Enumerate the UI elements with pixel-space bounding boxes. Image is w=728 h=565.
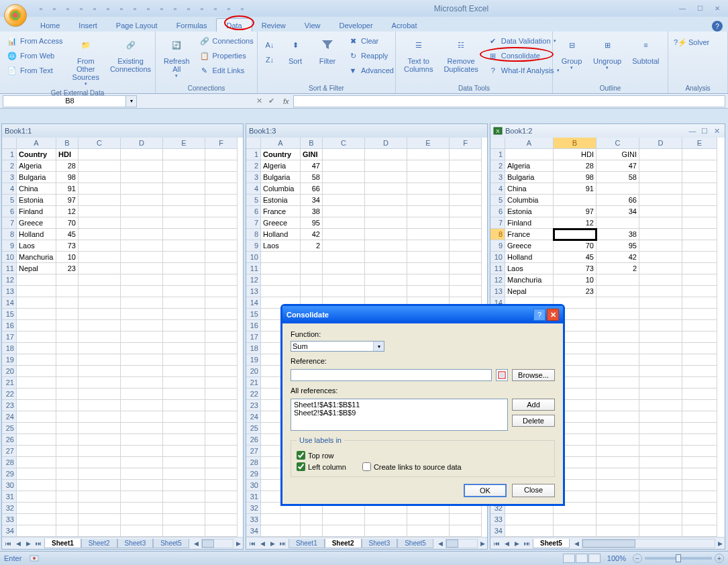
cell[interactable]: France bbox=[261, 206, 301, 217]
cell[interactable] bbox=[121, 480, 163, 491]
cell[interactable] bbox=[450, 252, 482, 263]
office-button[interactable] bbox=[4, 4, 27, 27]
cell[interactable] bbox=[121, 434, 163, 446]
cell[interactable]: HDI bbox=[56, 149, 79, 160]
cell[interactable] bbox=[682, 195, 717, 206]
cell[interactable] bbox=[17, 354, 56, 366]
cell[interactable] bbox=[639, 503, 682, 514]
cell[interactable] bbox=[163, 491, 205, 503]
cell[interactable] bbox=[407, 183, 450, 195]
consolidate-button[interactable]: ⊞Consolidate bbox=[485, 49, 562, 62]
cell[interactable]: 70 bbox=[554, 240, 596, 252]
cell[interactable] bbox=[596, 183, 639, 195]
grid-header[interactable]: 20 bbox=[2, 366, 17, 377]
cell[interactable] bbox=[639, 172, 682, 183]
cell[interactable]: 23 bbox=[56, 263, 79, 274]
scroll-right-button[interactable]: ▶ bbox=[715, 539, 725, 548]
cell[interactable] bbox=[596, 320, 639, 331]
cell[interactable] bbox=[450, 229, 482, 240]
cell[interactable]: GINI bbox=[596, 149, 639, 160]
cell[interactable] bbox=[205, 457, 238, 468]
cell[interactable] bbox=[205, 240, 238, 252]
paste-icon[interactable]: ▫ bbox=[236, 3, 248, 15]
cell[interactable] bbox=[56, 468, 79, 480]
cell[interactable] bbox=[682, 400, 717, 411]
cell[interactable] bbox=[79, 263, 121, 274]
cell[interactable]: 97 bbox=[56, 195, 79, 206]
cell[interactable] bbox=[163, 457, 205, 468]
cell[interactable] bbox=[596, 423, 639, 434]
cell[interactable] bbox=[639, 229, 682, 240]
cell[interactable] bbox=[301, 514, 323, 525]
cell[interactable] bbox=[365, 263, 407, 274]
cell[interactable] bbox=[121, 320, 163, 331]
cell[interactable] bbox=[79, 240, 121, 252]
email-icon[interactable]: ▫ bbox=[196, 3, 208, 15]
cell[interactable] bbox=[639, 400, 682, 411]
cell[interactable] bbox=[682, 229, 717, 240]
cell[interactable] bbox=[596, 400, 639, 411]
cell[interactable] bbox=[17, 503, 56, 514]
cell[interactable] bbox=[407, 525, 450, 537]
cell[interactable] bbox=[163, 446, 205, 457]
cell[interactable] bbox=[163, 274, 205, 286]
cell[interactable] bbox=[365, 525, 407, 537]
grid-header[interactable]: 1 bbox=[2, 149, 17, 160]
grid-header[interactable]: 7 bbox=[490, 217, 505, 229]
cell[interactable] bbox=[121, 354, 163, 366]
formula-bar[interactable] bbox=[293, 95, 725, 107]
sort-button[interactable]: ⬍Sort bbox=[280, 33, 310, 66]
cell[interactable] bbox=[163, 195, 205, 206]
sheet-nav-button[interactable]: ⏮ bbox=[3, 539, 13, 548]
cell[interactable] bbox=[407, 172, 450, 183]
grid-header[interactable]: 32 bbox=[246, 503, 261, 514]
cell[interactable] bbox=[205, 309, 238, 320]
cell[interactable] bbox=[554, 229, 596, 240]
cell[interactable] bbox=[205, 366, 238, 377]
reapply-button[interactable]: ↻Reapply bbox=[345, 49, 397, 62]
cell[interactable] bbox=[682, 172, 717, 183]
cell[interactable]: 12 bbox=[56, 206, 79, 217]
cell[interactable] bbox=[682, 377, 717, 389]
cell[interactable]: Holland bbox=[17, 229, 56, 240]
grid-header[interactable]: 25 bbox=[246, 423, 261, 434]
cell[interactable] bbox=[79, 434, 121, 446]
cell[interactable] bbox=[639, 457, 682, 468]
function-select[interactable]: Sum▾ bbox=[291, 341, 384, 352]
cell[interactable] bbox=[639, 446, 682, 457]
cell[interactable] bbox=[79, 389, 121, 400]
cell[interactable] bbox=[121, 514, 163, 525]
cell[interactable] bbox=[79, 514, 121, 525]
cell[interactable] bbox=[682, 434, 717, 446]
cell[interactable] bbox=[205, 446, 238, 457]
sheet-tab[interactable]: Sheet5 bbox=[533, 539, 570, 548]
cell[interactable] bbox=[407, 206, 450, 217]
cell[interactable] bbox=[407, 160, 450, 172]
cell[interactable] bbox=[596, 468, 639, 480]
grid-header[interactable]: 15 bbox=[2, 309, 17, 320]
cell[interactable]: Bulgaria bbox=[261, 172, 301, 183]
cell[interactable] bbox=[596, 503, 639, 514]
cell[interactable] bbox=[450, 206, 482, 217]
name-box[interactable]: B8▾ bbox=[3, 95, 137, 107]
cell[interactable] bbox=[407, 149, 450, 160]
sheet-nav-button[interactable]: ⏭ bbox=[34, 539, 43, 548]
grid-header[interactable]: 8 bbox=[246, 229, 261, 240]
grid-header[interactable]: 6 bbox=[490, 206, 505, 217]
cell[interactable] bbox=[79, 309, 121, 320]
cell[interactable] bbox=[682, 457, 717, 468]
cell[interactable] bbox=[163, 149, 205, 160]
cell[interactable] bbox=[56, 514, 79, 525]
sort-desc-icon[interactable]: ▫ bbox=[142, 3, 154, 15]
grid-header[interactable]: D bbox=[365, 138, 407, 149]
cell[interactable] bbox=[639, 297, 682, 309]
browse-button[interactable]: Browse... bbox=[512, 369, 555, 381]
cell[interactable] bbox=[121, 297, 163, 309]
cell[interactable]: 66 bbox=[596, 195, 639, 206]
cell[interactable] bbox=[639, 514, 682, 525]
cell[interactable] bbox=[639, 525, 682, 537]
cell[interactable] bbox=[596, 274, 639, 286]
cell[interactable] bbox=[121, 217, 163, 229]
grid-header[interactable]: 13 bbox=[246, 286, 261, 297]
ungroup-button[interactable]: ⊞Ungroup▾ bbox=[589, 33, 625, 72]
